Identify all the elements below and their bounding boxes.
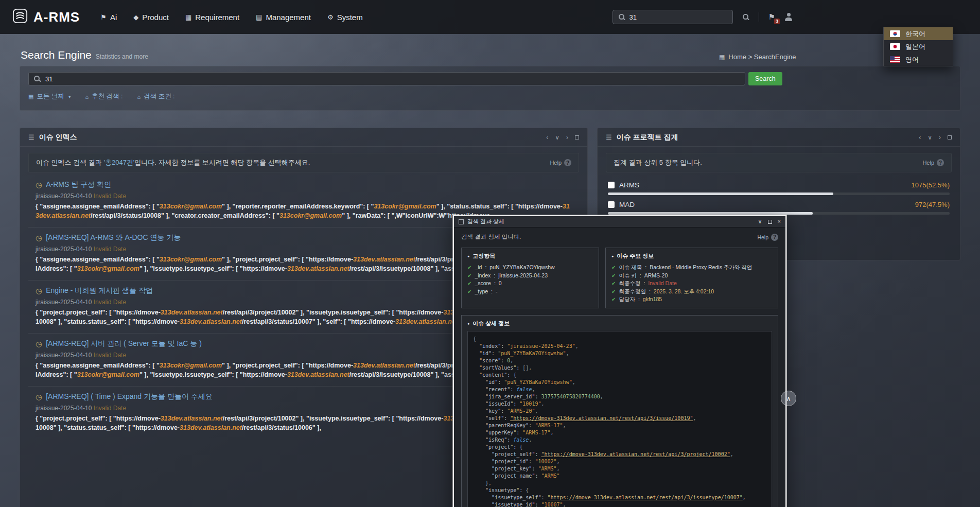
- lang-item-english[interactable]: 영어: [884, 53, 953, 66]
- filter-label: 검색 조건 :: [144, 92, 174, 101]
- nav-label: System: [337, 13, 363, 22]
- separator: [485, 264, 486, 272]
- help-button[interactable]: Help?: [550, 159, 571, 166]
- filter-suggested-search[interactable]: ⌂추천 검색 :: [85, 92, 122, 101]
- main-search-box[interactable]: [28, 72, 745, 85]
- detail-field: ✔최종수정일2025. 3. 28. 오후 4:02:10: [611, 288, 772, 296]
- agg-checkbox[interactable]: [608, 182, 615, 188]
- nav-search[interactable]: [612, 10, 733, 24]
- modal-titlebar[interactable]: 검색 결과 상세 ∨ ×: [454, 216, 785, 228]
- field-value: -: [496, 288, 498, 296]
- language-menu-button[interactable]: ⚑3: [768, 12, 775, 22]
- nav-item-product[interactable]: ◆Product: [133, 13, 169, 22]
- field-value: 0: [499, 279, 502, 288]
- panel-prev-icon[interactable]: ‹: [546, 134, 548, 141]
- agg-checkbox[interactable]: [608, 201, 615, 208]
- agg-row: ARMS 1075(52.5%): [608, 181, 950, 189]
- bullet-icon: ●: [611, 254, 614, 258]
- help-label: Help: [550, 160, 562, 166]
- filter-all-dates[interactable]: ▦모든 날짜▾: [28, 92, 71, 101]
- panel-collapse-icon[interactable]: ∨: [927, 134, 932, 141]
- issue-title-link[interactable]: Engine - 비회원 게시판 샘플 작업: [46, 286, 153, 295]
- panel-collapse-icon[interactable]: ∨: [555, 134, 559, 141]
- agg-project-count: 972(47.5%): [915, 201, 950, 208]
- nav-item-system[interactable]: ⚙System: [327, 13, 363, 22]
- field-value: 2025. 3. 28. 오후 4:02:10: [654, 288, 714, 296]
- issue-title-link[interactable]: [ARMS-REQ] ( Time ) Expand 기능을 만들어 주세요: [46, 392, 213, 401]
- filter-search-condition[interactable]: ⌂검색 조건 :: [137, 92, 175, 101]
- nav-label: Ai: [110, 13, 117, 22]
- panel-prev-icon[interactable]: ‹: [919, 134, 921, 141]
- box-title: 이슈 주요 정보: [617, 252, 654, 260]
- breadcrumb[interactable]: ▦ Home > SearchEngine: [719, 53, 796, 61]
- nav-search-input[interactable]: [629, 13, 727, 21]
- panel-next-icon[interactable]: ›: [939, 134, 941, 141]
- detail-field: ✔_indexjiraissue-2025-04-23: [467, 272, 593, 280]
- agg-progress-track: [608, 193, 950, 195]
- check-icon: ✔: [611, 288, 616, 296]
- question-icon: ?: [771, 234, 778, 241]
- list-icon: ☰: [28, 133, 34, 141]
- field-value: ARMS-20: [644, 272, 668, 280]
- help-button[interactable]: Help?: [757, 234, 778, 241]
- search-icon: [33, 75, 41, 82]
- issue-title-link[interactable]: [ARMS-REQ] 서버 관리 ( Server 모듈 및 IaC 등 ): [46, 339, 202, 348]
- search-submit-icon[interactable]: [742, 13, 749, 21]
- search-button[interactable]: Search: [748, 72, 782, 85]
- close-icon[interactable]: ×: [778, 219, 781, 224]
- issue-title-link[interactable]: A-RMS 팀 구성 확인: [46, 180, 111, 189]
- nav-item-ai[interactable]: ⚑Ai: [100, 13, 117, 22]
- agg-body: ARMS 1075(52.5%) MAD 972(47.5%): [598, 174, 960, 215]
- notice-text: 집계 결과 상위 5 항목 입니다.: [614, 158, 702, 167]
- detail-field: ✔이슈 제목Backend - Middle Proxy Redis 추가와 작…: [611, 264, 772, 272]
- user-icon[interactable]: [784, 13, 793, 21]
- issue-title-link[interactable]: [ARMS-REQ] A-RMS 와 A-DOC 연동 기능: [46, 233, 181, 242]
- panel-expand-icon[interactable]: [948, 135, 952, 139]
- issue-detail-json: { "index": "jiraissue-2025-04-23", "id":…: [467, 331, 772, 507]
- agg-progress-fill: [608, 193, 833, 195]
- main-search-input[interactable]: [45, 75, 740, 83]
- separator: [640, 272, 641, 280]
- lang-item-korean[interactable]: 한국어: [884, 27, 953, 40]
- lang-item-japanese[interactable]: 일본어: [884, 40, 953, 53]
- issue-index-notice: 이슈 인덱스 검색 결과 '총2047건'입니다. 자세한 정보를 보시려면 해…: [28, 153, 579, 172]
- agg-project-name: MAD: [619, 201, 635, 208]
- help-button[interactable]: Help?: [922, 159, 944, 166]
- brand[interactable]: A-RMS: [12, 8, 80, 26]
- check-icon: ✔: [467, 264, 471, 272]
- divider: [759, 12, 759, 22]
- filter-label: 모든 날짜: [37, 92, 64, 101]
- detail-field: ✔담당자gkfn185: [611, 295, 772, 304]
- minimize-icon[interactable]: ∨: [758, 219, 762, 224]
- separator: [494, 272, 495, 280]
- panel-next-icon[interactable]: ›: [566, 134, 568, 141]
- nav-item-management[interactable]: ▤Management: [256, 13, 311, 22]
- panel-expand-icon[interactable]: [575, 135, 579, 139]
- separator: [643, 279, 645, 288]
- maximize-icon[interactable]: [768, 220, 772, 224]
- question-icon: ?: [937, 159, 944, 166]
- panel-title: 이슈 인덱스: [39, 133, 77, 142]
- agg-project-name: ARMS: [619, 181, 639, 189]
- field-label: _score: [475, 279, 491, 288]
- korea-flag-icon: [890, 30, 900, 37]
- separator: [645, 264, 646, 272]
- help-label: Help: [922, 160, 934, 166]
- scroll-to-top-button[interactable]: ∧: [781, 391, 796, 406]
- issue-detail-box: ●이슈 상세 정보 { "index": "jiraissue-2025-04-…: [461, 315, 778, 507]
- lang-label: 일본어: [905, 42, 925, 51]
- filter-row: ▦모든 날짜▾ ⌂추천 검색 : ⌂검색 조건 :: [28, 92, 952, 101]
- issue-status-icon: ◷: [36, 287, 42, 295]
- nav-item-requirement[interactable]: ▦Requirement: [185, 13, 239, 22]
- modal-title: 검색 결과 상세: [467, 218, 504, 225]
- separator: [494, 279, 496, 288]
- field-value: puN_YZYBaKa7OYiqwshw: [489, 264, 554, 272]
- agg-row: MAD 972(47.5%): [608, 201, 950, 208]
- home-icon: ⌂: [85, 94, 89, 100]
- detail-field: ✔이슈 키ARMS-20: [611, 272, 772, 280]
- top-navbar: A-RMS ⚑Ai ◆Product ▦Requirement ▤Managem…: [0, 0, 980, 34]
- window-icon: [459, 219, 464, 224]
- cube-icon: ◆: [133, 13, 138, 21]
- lang-label: 한국어: [905, 29, 925, 39]
- search-icon: [618, 13, 625, 21]
